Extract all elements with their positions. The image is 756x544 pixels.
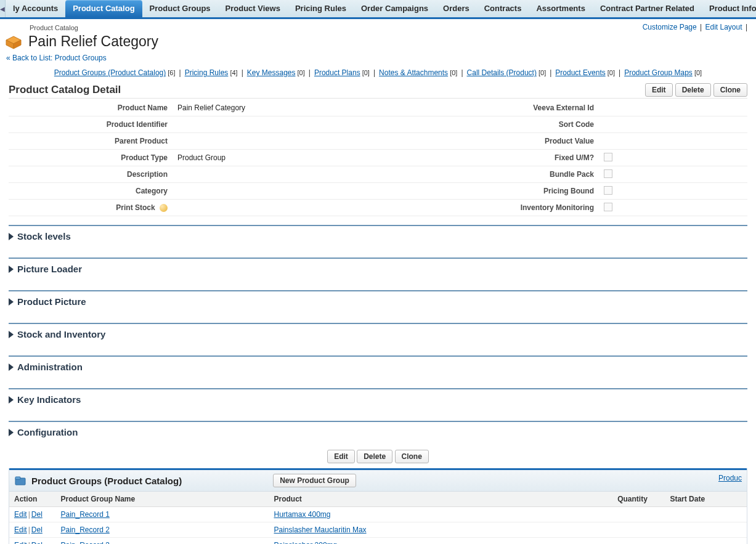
row-edit-link[interactable]: Edit [14, 510, 27, 519]
nav-tab-order-campaigns[interactable]: Order Campaigns [354, 0, 436, 17]
anchor-product-group-maps[interactable]: Product Group Maps [624, 68, 693, 77]
anchor-count: [0] [296, 69, 305, 76]
section-label: Stock and Inventory [17, 329, 105, 339]
value-print-stock [173, 200, 398, 216]
cell-start-date [665, 538, 747, 545]
related-list-title: Product Groups (Product Catalog) [31, 476, 182, 486]
anchor-notes-attachments[interactable]: Notes & Attachments [379, 68, 448, 77]
nav-tab-ly-accounts[interactable]: ly Accounts [6, 0, 65, 17]
label-product-name: Product Name [9, 100, 173, 116]
row-del-link[interactable]: Del [31, 541, 43, 544]
svg-rect-4 [15, 477, 20, 479]
label-product-type: Product Type [9, 150, 173, 166]
edit-button-bottom[interactable]: Edit [327, 450, 355, 463]
section-toggle[interactable]: Product Picture [9, 296, 747, 314]
label-inventory-monitoring: Inventory Monitoring [398, 200, 599, 216]
anchor-count: [0] [360, 69, 370, 76]
section-toggle[interactable]: Stock and Inventory [9, 329, 747, 347]
detail-section-title: Product Catalog Detail [9, 84, 121, 96]
section-toggle[interactable]: Stock levels [9, 231, 747, 249]
section-picture-loader: Picture Loader [9, 258, 747, 282]
nav-tab-contracts[interactable]: Contracts [477, 0, 529, 17]
section-administration: Administration [9, 355, 747, 380]
label-print-stock: Print Stock [9, 200, 173, 216]
cell-start-date [665, 522, 747, 538]
nav-tab-pricing-rules[interactable]: Pricing Rules [288, 0, 354, 17]
related-help-link[interactable]: Produc [718, 474, 742, 482]
section-label: Product Picture [17, 296, 86, 307]
anchor-product-plans[interactable]: Product Plans [314, 68, 360, 77]
anchor-pricing-rules[interactable]: Pricing Rules [185, 68, 229, 77]
product-group-name-link[interactable]: Pain_Record 2 [60, 526, 109, 534]
chevron-right-icon [9, 298, 14, 306]
nav-tab-product-views[interactable]: Product Views [218, 0, 288, 17]
row-del-link[interactable]: Del [31, 526, 43, 534]
related-list-product-groups: Product Groups (Product Catalog) New Pro… [9, 468, 747, 544]
value-parent-product [173, 133, 398, 150]
row-edit-link[interactable]: Edit [14, 526, 27, 534]
nav-tab-product-catalog[interactable]: Product Catalog [65, 0, 142, 17]
label-veeva-external-id: Veeva External Id [398, 100, 599, 116]
section-toggle[interactable]: Picture Loader [9, 264, 747, 282]
section-configuration: Configuration [9, 421, 747, 445]
product-catalog-icon [4, 31, 23, 51]
chevron-right-icon [9, 331, 14, 338]
label-bundle-pack: Bundle Pack [398, 166, 599, 183]
col-product-group-name: Product Group Name [55, 492, 269, 507]
section-label: Key Indicators [17, 394, 81, 405]
anchor-count: [4] [228, 69, 237, 76]
value-category [173, 183, 398, 200]
table-row: Edit|DelPain_Record 1Hurtamax 400mg [9, 507, 747, 522]
nav-scroll-left[interactable]: ◀ [0, 0, 6, 17]
value-sort-code [599, 116, 747, 133]
section-label: Picture Loader [17, 264, 82, 274]
anchor-count: [6] [166, 69, 175, 76]
nav-tab-product-groups[interactable]: Product Groups [142, 0, 218, 17]
col-quantity: Quantity [612, 492, 665, 507]
nav-tab-contract-partner-related[interactable]: Contract Partner Related [593, 0, 702, 17]
nav-tabs: ◀ ly AccountsProduct CatalogProduct Grou… [0, 0, 756, 19]
anchor-key-messages[interactable]: Key Messages [247, 68, 296, 77]
clone-button-bottom[interactable]: Clone [395, 450, 429, 463]
product-group-name-link[interactable]: Pain_Record 3 [60, 541, 109, 544]
cell-quantity [612, 538, 665, 545]
help-icon[interactable] [160, 204, 168, 212]
section-stock-levels: Stock levels [9, 225, 747, 249]
col-start-date: Start Date [665, 492, 747, 507]
chevron-right-icon [9, 396, 14, 404]
cell-start-date [665, 507, 747, 522]
section-toggle[interactable]: Configuration [9, 427, 747, 445]
row-del-link[interactable]: Del [31, 510, 43, 519]
anchor-product-groups-product-catalog-[interactable]: Product Groups (Product Catalog) [54, 68, 166, 77]
chevron-right-icon [9, 233, 14, 240]
label-parent-product: Parent Product [9, 133, 173, 150]
nav-tab-orders[interactable]: Orders [436, 0, 477, 17]
clone-button[interactable]: Clone [713, 83, 747, 97]
anchor-call-details-product-[interactable]: Call Details (Product) [467, 68, 537, 77]
edit-layout-link[interactable]: Edit Layout [705, 23, 742, 31]
nav-tab-product-informations[interactable]: Product Informations [702, 0, 756, 17]
product-group-name-link[interactable]: Pain_Record 1 [60, 510, 109, 519]
value-veeva-external-id [599, 100, 747, 116]
product-link[interactable]: Hurtamax 400mg [274, 510, 331, 519]
value-product-type: Product Group [173, 150, 398, 166]
anchor-product-events[interactable]: Product Events [555, 68, 605, 77]
edit-button[interactable]: Edit [645, 83, 673, 97]
product-link[interactable]: Painslasher Mauclaritin Max [274, 526, 367, 534]
new-product-group-button[interactable]: New Product Group [273, 474, 356, 487]
row-edit-link[interactable]: Edit [14, 541, 27, 544]
folder-icon [14, 474, 26, 487]
nav-tab-assortments[interactable]: Assortments [529, 0, 592, 17]
back-to-list-link[interactable]: Back to List: Product Groups [12, 54, 107, 62]
label-fixed-um: Fixed U/M? [398, 150, 599, 166]
section-toggle[interactable]: Administration [9, 362, 747, 380]
section-toggle[interactable]: Key Indicators [9, 394, 747, 412]
value-product-name: Pain Relief Category [173, 100, 398, 116]
customize-page-link[interactable]: Customize Page [643, 23, 697, 31]
delete-button-bottom[interactable]: Delete [357, 450, 392, 463]
product-link[interactable]: Painslasher 200mg [274, 541, 338, 544]
delete-button[interactable]: Delete [675, 83, 711, 97]
related-list-anchors: Product Groups (Product Catalog) [6]|Pri… [4, 68, 752, 77]
page-title: Pain Relief Category [28, 33, 158, 50]
table-row: Edit|DelPain_Record 3Painslasher 200mg [9, 538, 747, 545]
